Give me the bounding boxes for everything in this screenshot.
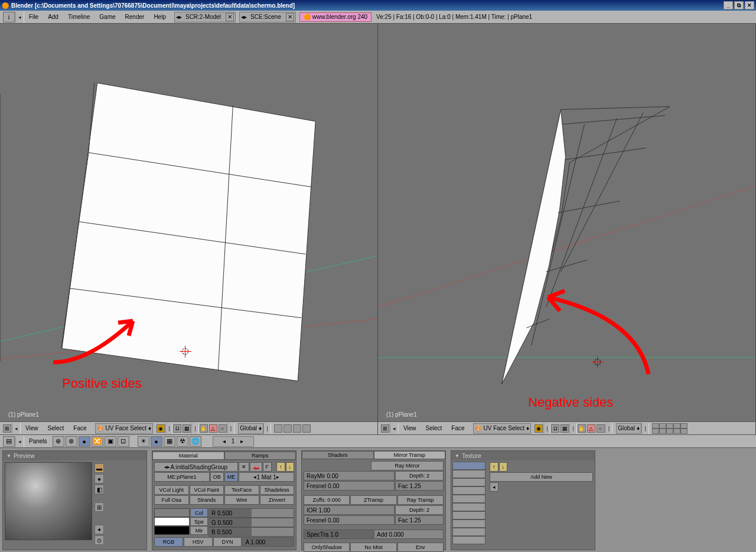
tex-slot[interactable] (452, 495, 485, 503)
preview-flat-icon[interactable]: ▬ (94, 463, 104, 473)
layer-btn[interactable] (673, 423, 680, 428)
ctx-object-icon[interactable]: 🔀 (92, 436, 103, 447)
fullosa-button[interactable]: Full Osa (154, 495, 189, 505)
shading-selector[interactable]: ◉ (535, 424, 543, 433)
tex-slot[interactable] (452, 486, 485, 495)
restore-button[interactable]: ⧉ (734, 1, 744, 9)
header-chevron[interactable]: ◂ (12, 423, 21, 434)
add-new-button[interactable]: Add New (490, 472, 593, 482)
menubar-chevron[interactable]: ◂ (15, 12, 24, 22)
ctx-edit-icon[interactable]: ▣ (105, 436, 116, 447)
layer-btn[interactable] (302, 424, 311, 433)
editor-type-icon[interactable]: ▤ (3, 436, 15, 447)
ctx-shading-icon[interactable]: ● (79, 436, 90, 447)
ctx-logic-icon[interactable]: ⊕ (53, 436, 64, 447)
tex-slot[interactable] (452, 470, 485, 478)
header-chevron[interactable]: ◂ (15, 436, 24, 447)
minimize-button[interactable]: _ (724, 1, 733, 9)
spectra-slider[interactable]: SpecTra 1.0 (304, 530, 373, 539)
nomist-button[interactable]: No Mist (350, 543, 396, 552)
col-swatch[interactable] (154, 508, 190, 517)
mesh-name-field[interactable]: ME:pPlane1 (154, 472, 210, 482)
depth2-field[interactable]: Depth: 2 (395, 505, 444, 515)
preview-refresh-icon[interactable]: ⊞ (94, 502, 104, 512)
ctx-scene-icon[interactable]: ⊡ (118, 436, 129, 447)
screen-close[interactable]: ✕ (226, 13, 234, 21)
zoffs-field[interactable]: Zoffs: 0.000 (304, 495, 350, 505)
r-slider[interactable]: R 0.500 (208, 508, 294, 518)
onlyshadow-button[interactable]: OnlyShadow (304, 543, 350, 552)
warning-icon[interactable]: △ (209, 424, 217, 433)
layer-btn[interactable] (652, 428, 659, 434)
menu-render[interactable]: Render (120, 12, 149, 22)
menu-timeline[interactable]: Timeline (63, 12, 94, 22)
b-slider[interactable]: B 0.500 (208, 527, 294, 537)
menu-help[interactable]: Help (149, 12, 171, 22)
mat-index[interactable]: ◂ 1 Mat 1 ▸ (239, 472, 294, 482)
add-slider[interactable]: Add 0.000 (374, 530, 444, 539)
vp-menu-view[interactable]: View (399, 423, 421, 434)
tab-ramps[interactable]: Ramps (224, 452, 296, 460)
layer-btn[interactable] (652, 423, 659, 428)
tex-slot[interactable] (452, 478, 485, 486)
tex-slot[interactable] (452, 511, 485, 519)
vp-menu-face[interactable]: Face (69, 423, 91, 434)
spe-button[interactable]: Spe (190, 517, 208, 526)
ob-button[interactable]: OB (210, 472, 224, 482)
tex-clear-icon[interactable]: ◂ (490, 482, 498, 492)
raymir-slider[interactable]: RayMir 0.00 (304, 471, 395, 480)
vp-menu-face[interactable]: Face (447, 423, 469, 434)
mode-selector[interactable]: 🎨UV Face Select♦ (473, 423, 532, 434)
col-button[interactable]: Col (190, 508, 208, 517)
screen-selector[interactable]: ◂▸ SCR:2-Model ✕ (174, 12, 236, 22)
layers-icon[interactable]: ▦ (183, 424, 191, 433)
sub-radio-icon[interactable]: ☢ (177, 436, 188, 447)
layer-btn[interactable] (284, 424, 292, 433)
sphere-icon[interactable]: ○ (597, 424, 605, 433)
nodes-up-icon[interactable]: ↑ (276, 462, 285, 472)
vcol-paint-button[interactable]: VCol Paint (190, 485, 224, 495)
mir-swatch[interactable] (154, 526, 190, 535)
depth1-field[interactable]: Depth: 2 (395, 471, 444, 480)
fresnel2-slider[interactable]: Fresnel 0.00 (304, 515, 395, 525)
layer-btn[interactable] (659, 428, 666, 434)
vp-menu-select[interactable]: Select (421, 423, 447, 434)
menu-game[interactable]: Game (94, 12, 120, 22)
layer-btn[interactable] (293, 424, 301, 433)
mat-f-button[interactable]: F (263, 462, 272, 472)
rgb-button[interactable]: RGB (154, 537, 183, 547)
tex-up-icon[interactable]: ↑ (490, 462, 498, 472)
sub-material-icon[interactable]: ● (151, 436, 162, 447)
mir-button[interactable]: Mir (190, 526, 208, 535)
tex-slot[interactable] (452, 528, 485, 536)
me-button[interactable]: ME (224, 472, 239, 482)
tab-material[interactable]: Material (152, 452, 224, 460)
fresnel1-slider[interactable]: Fresnel 0.00 (304, 481, 395, 491)
ctx-script-icon[interactable]: ⊗ (66, 436, 77, 447)
orientation-selector[interactable]: Global♦ (238, 423, 263, 434)
orientation-selector[interactable]: Global♦ (616, 423, 641, 434)
ztransp-button[interactable]: ZTransp (350, 495, 396, 505)
vp-menu-select[interactable]: Select (43, 423, 69, 434)
tex-slot[interactable] (452, 462, 485, 470)
shading-selector[interactable]: ◉ (157, 424, 165, 433)
pivot-icon[interactable]: Ω (173, 424, 181, 433)
ray-mirror-button[interactable]: Ray Mirror (371, 461, 444, 470)
raytransp-button[interactable]: Ray Transp (397, 495, 444, 505)
preview-cube-icon[interactable]: ◧ (94, 485, 104, 494)
g-slider[interactable]: G 0.500 (208, 518, 294, 527)
nodes-down-icon[interactable]: ↓ (286, 462, 295, 472)
texface-button[interactable]: TexFace (224, 485, 259, 495)
menu-add[interactable]: Add (43, 12, 63, 22)
mat-name-field[interactable]: ◂▸ A:initialShadingGroup (154, 462, 238, 472)
layer-btn[interactable] (666, 423, 673, 428)
vcol-light-button[interactable]: VCol Light (154, 485, 189, 495)
mat-auto-button[interactable]: 🚗 (250, 462, 262, 472)
zinvert-button[interactable]: ZInvert (260, 495, 295, 505)
sub-texture-icon[interactable]: ▦ (164, 436, 175, 447)
blender-link[interactable]: 🟠 www.blender.org 240 (299, 12, 372, 22)
alpha-slider[interactable]: A 1.000 (242, 537, 294, 547)
layer-btn[interactable] (673, 428, 680, 434)
tex-slot[interactable] (452, 536, 485, 544)
viewport-right[interactable]: Negative sides (1) pPlane1 ⊞ ◂ View Sele… (378, 24, 756, 434)
